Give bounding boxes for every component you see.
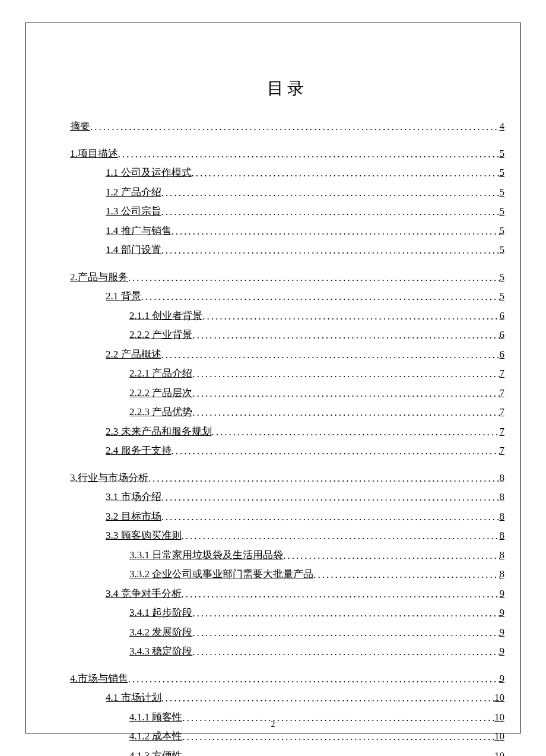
toc-leader-dots [128, 270, 500, 286]
toc-entry[interactable]: 4.1.3 方便性10 [129, 748, 504, 757]
toc-leader-dots [212, 425, 500, 440]
toc-entry-text: 2.1 背景 [106, 289, 141, 304]
toc-entry-page: 6 [500, 347, 505, 362]
toc-entry-page: 7 [500, 443, 505, 458]
toc-leader-dots [192, 366, 499, 382]
toc-leader-dots [172, 224, 500, 239]
toc-entry[interactable]: 4.1.2 成本性10 [129, 729, 504, 744]
toc-content: 目录 摘要41.项目描述51.1 公司及运作模式51.2 产品介绍51.3 公司… [70, 77, 504, 756]
toc-entry[interactable]: 1.4 推广与销售5 [106, 223, 504, 239]
toc-leader-dots [192, 405, 499, 420]
toc-entry-text: 3.行业与市场分析 [70, 470, 148, 486]
toc-leader-dots [192, 166, 500, 181]
toc-entry[interactable]: 3.3.2 企业公司或事业部门需要大批量产品8 [129, 567, 504, 582]
toc-leader-dots [283, 548, 499, 564]
toc-leader-dots [192, 606, 499, 621]
toc-entry-page: 5 [500, 185, 505, 200]
toc-entry-page: 9 [500, 625, 505, 640]
toc-entry-text: 3.4.2 发展阶段 [129, 625, 192, 640]
toc-entry[interactable]: 3.3.1 日常家用垃圾袋及生活用品袋8 [129, 548, 504, 563]
toc-leader-dots [182, 729, 494, 745]
toc-leader-dots [128, 672, 500, 687]
toc-entry[interactable]: 4.市场与销售9 [70, 671, 504, 687]
toc-entry-text: 3.1 市场介绍 [106, 489, 161, 505]
toc-leader-dots [182, 587, 500, 602]
toc-entry[interactable]: 3.4.2 发展阶段9 [129, 625, 504, 640]
toc-entry-text: 3.3.1 日常家用垃圾袋及生活用品袋 [129, 548, 283, 563]
toc-leader-dots [172, 444, 500, 459]
toc-entry-page: 4 [500, 119, 505, 134]
toc-entry-text: 2.2 产品概述 [106, 347, 161, 362]
toc-entry[interactable]: 4.1 市场计划10 [106, 690, 504, 706]
toc-leader-dots [118, 147, 500, 162]
toc-leader-dots [161, 243, 500, 258]
toc-entry-text: 2.2.3 产品优势 [129, 404, 192, 420]
toc-entry[interactable]: 3.行业与市场分析8 [70, 470, 504, 486]
toc-entry-text: 1.项目描述 [70, 146, 118, 162]
toc-entry-page: 5 [500, 242, 505, 258]
toc-entry-text: 2.3 未来产品和服务规划 [106, 424, 212, 439]
toc-entry[interactable]: 1.3 公司宗旨5 [106, 204, 504, 219]
toc-entry-text: 3.4.1 起步阶段 [129, 605, 192, 621]
toc-leader-dots [202, 309, 499, 324]
toc-entry-page: 10 [494, 729, 504, 744]
toc-entry[interactable]: 2.产品与服务5 [70, 270, 504, 285]
toc-entry[interactable]: 2.2.3 产品优势7 [129, 404, 504, 420]
toc-entry[interactable]: 1.项目描述5 [70, 146, 504, 162]
toc-leader-dots [182, 529, 500, 544]
toc-entry-text: 1.4 推广与销售 [106, 223, 172, 239]
toc-entry[interactable]: 2.1.1 创业者背景6 [129, 308, 504, 324]
toc-entry-page: 5 [500, 223, 505, 239]
toc-title: 目录 [70, 77, 504, 100]
toc-entry-page: 7 [500, 424, 505, 439]
toc-entry-page: 9 [500, 605, 505, 621]
toc-entry-text: 4.1 市场计划 [106, 690, 161, 706]
toc-entry[interactable]: 1.1 公司及运作模式5 [106, 165, 504, 181]
toc-entry-page: 8 [500, 548, 505, 563]
toc-entry[interactable]: 1.4 部门设置5 [106, 242, 504, 258]
toc-entry[interactable]: 2.2.2 产业背景6 [129, 327, 504, 343]
toc-leader-dots [182, 749, 494, 757]
toc-entry[interactable]: 3.4.1 起步阶段9 [129, 605, 504, 621]
toc-entry[interactable]: 3.4.3 稳定阶段9 [129, 644, 504, 659]
toc-entry-text: 3.4.3 稳定阶段 [129, 644, 192, 659]
toc-entry[interactable]: 2.2.1 产品介绍7 [129, 366, 504, 381]
toc-entry-page: 5 [500, 204, 505, 219]
toc-entry-text: 2.2.1 产品介绍 [129, 366, 192, 381]
toc-leader-dots [148, 471, 500, 486]
toc-entry-page: 8 [500, 489, 505, 505]
toc-entry-page: 7 [500, 404, 505, 420]
toc-entry-page: 9 [500, 586, 505, 602]
toc-entry-text: 2.4 服务于支持 [106, 443, 172, 458]
toc-entry-text: 3.4 竞争对手分析 [106, 586, 182, 602]
toc-entry[interactable]: 2.1 背景5 [106, 289, 504, 304]
toc-leader-dots [141, 289, 500, 305]
toc-entry[interactable]: 2.3 未来产品和服务规划7 [106, 424, 504, 439]
toc-leader-dots [161, 347, 500, 363]
toc-entry-page: 8 [500, 470, 505, 486]
toc-entry[interactable]: 2.2 产品概述6 [106, 347, 504, 362]
toc-entry-text: 1.2 产品介绍 [106, 185, 161, 200]
toc-entry-text: 3.3 顾客购买准则 [106, 528, 182, 543]
toc-entry[interactable]: 2.4 服务于支持7 [106, 443, 504, 458]
toc-entry-text: 3.3.2 企业公司或事业部门需要大批量产品 [129, 567, 313, 582]
toc-entry[interactable]: 摘要4 [70, 119, 504, 134]
toc-leader-dots [161, 691, 495, 706]
toc-leader-dots [192, 625, 499, 641]
toc-entry[interactable]: 2.2.2 产品层次7 [129, 385, 504, 401]
toc-entry-text: 1.4 部门设置 [106, 242, 161, 258]
toc-entry[interactable]: 3.2 目标市场8 [106, 509, 504, 524]
toc-entry-page: 9 [500, 671, 505, 687]
toc-entry[interactable]: 3.1 市场介绍8 [106, 489, 504, 505]
toc-entry-page: 8 [500, 509, 505, 524]
toc-entry[interactable]: 3.3 顾客购买准则8 [106, 528, 504, 543]
toc-entry[interactable]: 3.4 竞争对手分析9 [106, 586, 504, 602]
toc-entry[interactable]: 1.2 产品介绍5 [106, 185, 504, 200]
toc-leader-dots [192, 644, 499, 660]
toc-leader-dots [192, 386, 499, 401]
page-number: 2 [0, 720, 546, 729]
toc-entry-page: 6 [500, 308, 505, 324]
toc-entry-page: 5 [500, 146, 505, 162]
toc-entry-text: 2.产品与服务 [70, 270, 128, 285]
toc-entry-page: 10 [494, 690, 504, 706]
